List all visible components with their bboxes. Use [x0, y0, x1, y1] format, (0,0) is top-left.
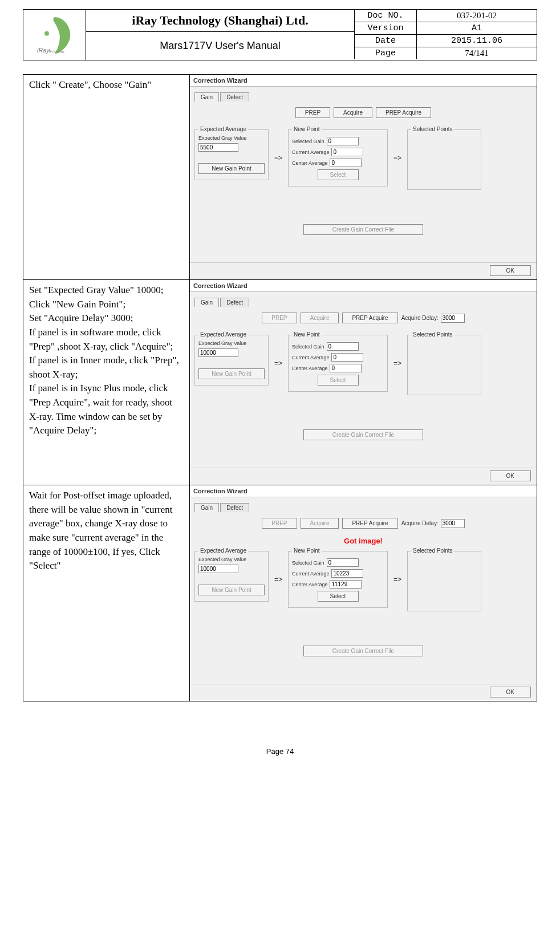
selected-points-title: Selected Points [411, 331, 455, 338]
selected-gain-label: Selected Gain [292, 560, 324, 566]
arrow-icon: => [272, 154, 285, 162]
arrow-icon: => [391, 154, 404, 162]
iray-logo-icon: iRay Technology [32, 15, 78, 55]
select-button[interactable]: Select [318, 591, 359, 602]
selected-gain-input[interactable] [327, 137, 359, 145]
svg-point-0 [44, 31, 49, 36]
selected-points-title: Selected Points [411, 547, 455, 554]
acquire-button[interactable]: Acquire [301, 313, 339, 323]
expected-average-title: Expected Average [198, 547, 248, 554]
select-button[interactable]: Select [318, 169, 359, 180]
meta-date-label: Date [354, 35, 417, 47]
expected-gray-input[interactable] [198, 348, 238, 357]
svg-text:Technology: Technology [48, 50, 64, 53]
new-point-group: New Point Selected Gain Current Average … [288, 335, 388, 392]
ok-button[interactable]: OK [490, 470, 531, 481]
new-gain-point-button[interactable]: New Gain Point [198, 163, 265, 174]
expected-gray-label: Expected Gray Value [198, 135, 246, 141]
expected-average-group: Expected Average Expected Gray Value New… [194, 335, 269, 386]
page-footer: Page 74 [23, 747, 537, 756]
selected-points-group: Selected Points [407, 129, 481, 190]
current-average-input[interactable] [331, 353, 363, 362]
meta-version-label: Version [354, 22, 417, 34]
current-average-label: Current Average [292, 149, 329, 155]
meta-page-label: Page [354, 47, 417, 59]
got-image-label: Got image! [194, 537, 532, 545]
meta-page-value: 74/141 [417, 47, 537, 59]
expected-gray-input[interactable] [198, 565, 238, 573]
new-point-group: New Point Selected Gain Current Average … [288, 551, 388, 608]
ok-button[interactable]: OK [490, 687, 531, 697]
tab-defect[interactable]: Defect [220, 298, 249, 307]
instruction-text: Set "Expected Gray Value" 10000;Click "N… [23, 280, 189, 441]
tab-gain[interactable]: Gain [194, 92, 219, 102]
arrow-icon: => [272, 575, 285, 583]
prep-button[interactable]: PREP [262, 518, 297, 529]
acquire-button[interactable]: Acquire [334, 107, 372, 118]
prep-acquire-button[interactable]: PREP Acquire [376, 107, 431, 118]
new-point-group: New Point Selected Gain Current Average … [288, 129, 388, 186]
correction-wizard-screenshot: Correction Wizard Gain Defect PREP Acqui… [190, 485, 537, 701]
new-point-title: New Point [292, 331, 322, 338]
expected-gray-label: Expected Gray Value [198, 340, 246, 346]
selected-points-title: Selected Points [411, 126, 455, 132]
center-average-input[interactable] [330, 580, 362, 589]
create-gain-file-button[interactable]: Create Gain Correct File [303, 646, 423, 656]
acquire-delay-field: Acquire Delay: [401, 519, 465, 528]
prep-button[interactable]: PREP [295, 107, 330, 118]
acquire-delay-label: Acquire Delay: [401, 520, 439, 526]
window-title: Correction Wizard [190, 280, 537, 292]
correction-wizard-screenshot: Correction Wizard Gain Defect PREP Acqui… [190, 280, 537, 485]
select-button[interactable]: Select [318, 375, 359, 386]
expected-average-title: Expected Average [198, 126, 248, 132]
selected-gain-input[interactable] [327, 558, 359, 567]
center-average-label: Center Average [292, 582, 327, 587]
prep-acquire-button[interactable]: PREP Acquire [342, 518, 397, 529]
acquire-delay-input[interactable] [441, 314, 465, 323]
tab-gain[interactable]: Gain [194, 503, 219, 512]
expected-average-group: Expected Average Expected Gray Value New… [194, 129, 269, 180]
correction-wizard-screenshot: Correction Wizard Gain Defect PREP Acqui… [190, 75, 537, 279]
acquire-delay-field: Acquire Delay: [401, 314, 465, 323]
selected-gain-label: Selected Gain [292, 139, 324, 144]
create-gain-file-button[interactable]: Create Gain Correct File [303, 224, 423, 235]
arrow-icon: => [272, 359, 285, 367]
center-average-input[interactable] [330, 159, 362, 167]
meta-docno-label: Doc NO. [354, 10, 417, 22]
new-gain-point-button[interactable]: New Gain Point [198, 368, 265, 379]
new-point-title: New Point [292, 126, 322, 132]
current-average-input[interactable] [331, 148, 363, 156]
tab-defect[interactable]: Defect [220, 503, 249, 512]
company-name: iRay Technology (Shanghai) Ltd. [86, 10, 354, 32]
ok-button[interactable]: OK [490, 265, 531, 276]
expected-average-title: Expected Average [198, 331, 248, 338]
expected-gray-input[interactable] [198, 143, 238, 152]
acquire-delay-label: Acquire Delay: [401, 315, 439, 321]
logo-cell: iRay Technology [23, 10, 86, 60]
expected-average-group: Expected Average Expected Gray Value New… [194, 551, 269, 602]
create-gain-file-button[interactable]: Create Gain Correct File [303, 429, 423, 440]
current-average-label: Current Average [292, 355, 329, 360]
tab-defect[interactable]: Defect [220, 92, 249, 102]
tab-gain[interactable]: Gain [194, 298, 219, 307]
arrow-icon: => [391, 359, 404, 367]
meta-docno-value: 037-201-02 [417, 10, 537, 22]
center-average-label: Center Average [292, 366, 327, 371]
acquire-button[interactable]: Acquire [301, 518, 339, 529]
selected-points-group: Selected Points [407, 551, 481, 611]
new-gain-point-button[interactable]: New Gain Point [198, 585, 265, 595]
acquire-delay-input[interactable] [441, 519, 465, 528]
manual-title: Mars1717V User's Manual [86, 32, 354, 60]
instruction-text: Wait for Post-offset image uploaded, the… [23, 485, 189, 577]
current-average-label: Current Average [292, 571, 329, 577]
meta-version-value: A1 [417, 22, 537, 34]
selected-gain-input[interactable] [327, 342, 359, 351]
center-average-input[interactable] [330, 364, 362, 372]
prep-button[interactable]: PREP [262, 313, 297, 323]
instruction-text: Click " Create", Choose "Gain" [23, 75, 189, 96]
meta-date-value: 2015.11.06 [417, 35, 537, 47]
instruction-table: Click " Create", Choose "Gain" Correctio… [23, 74, 537, 701]
current-average-input[interactable] [331, 569, 363, 578]
prep-acquire-button[interactable]: PREP Acquire [342, 313, 397, 323]
window-title: Correction Wizard [190, 75, 537, 87]
